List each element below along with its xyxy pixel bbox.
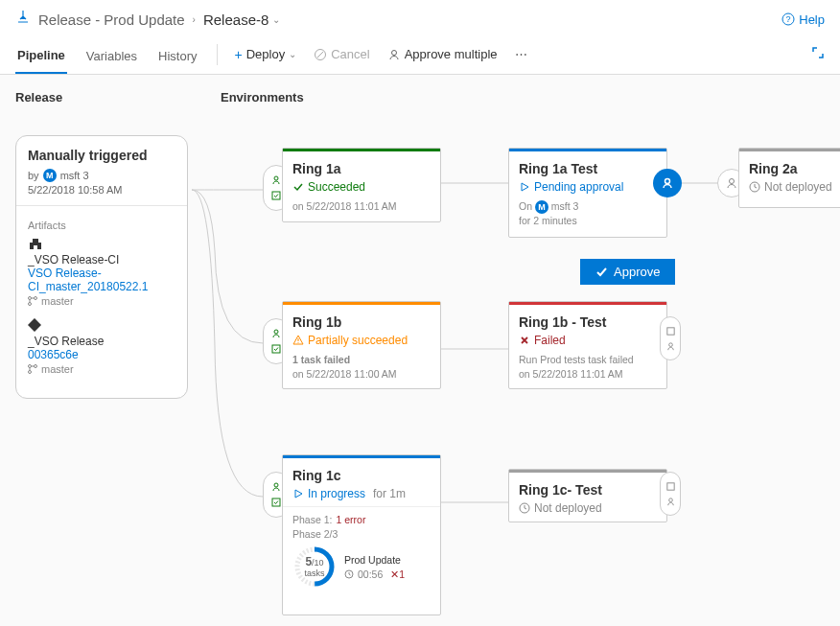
person-icon [387, 48, 401, 61]
svg-text:?: ? [786, 14, 791, 24]
trigger-timestamp: 5/22/2018 10:58 AM [28, 184, 175, 196]
svg-point-19 [274, 176, 278, 180]
svg-point-30 [274, 483, 278, 487]
env-ring1b-test[interactable]: Ring 1b - Test Failed Run Prod tests tas… [508, 301, 667, 389]
environments-panel: Environments Ring 1a Succeeded on 5/22/ [221, 90, 840, 135]
error-count: ✕1 [390, 568, 405, 580]
svg-point-24 [274, 330, 278, 334]
breadcrumb-parent[interactable]: Release - Prod Update [38, 12, 185, 28]
svg-rect-6 [33, 239, 38, 243]
artifact-branch: master [28, 295, 175, 307]
svg-rect-28 [666, 327, 673, 334]
artifact-branch: master [28, 363, 175, 375]
approve-multiple-button[interactable]: Approve multiple [387, 47, 498, 69]
approve-button[interactable]: Approve [580, 259, 675, 285]
clock-icon [344, 569, 354, 579]
chevron-down-icon: ⌄ [289, 49, 296, 59]
plus-icon: + [235, 47, 243, 62]
postdeploy-gate-icon[interactable] [660, 316, 681, 360]
check-icon [595, 266, 608, 278]
help-link[interactable]: ? Help [782, 12, 825, 27]
svg-rect-11 [28, 318, 41, 332]
tab-history[interactable]: History [156, 43, 198, 73]
svg-line-3 [317, 52, 323, 58]
status-not-deployed: Not deployed [519, 501, 657, 515]
cancel-icon [314, 48, 327, 61]
svg-point-22 [730, 179, 735, 184]
clock-icon [519, 502, 530, 514]
play-icon [519, 181, 530, 193]
release-panel: Release Manually triggered by M msft 3 5… [15, 90, 188, 399]
breadcrumb-current[interactable]: Release-8 ⌄ [203, 12, 280, 28]
svg-point-14 [35, 365, 37, 368]
env-ring1a-test[interactable]: Ring 1a Test Pending approval On M msft … [508, 148, 667, 238]
check-icon [292, 181, 304, 193]
environments-title: Environments [221, 90, 840, 104]
status-failed: Failed [519, 334, 657, 347]
approver-badge[interactable] [653, 169, 682, 197]
progress-ring: 5/10 tasks [292, 545, 337, 589]
env-ring1c-test[interactable]: Ring 1c- Test Not deployed [508, 469, 667, 522]
user-avatar: M [43, 169, 57, 182]
x-icon [519, 335, 530, 346]
warning-icon [292, 335, 304, 346]
toolbar: Pipeline Variables History + Deploy ⌄ Ca… [0, 36, 840, 75]
fullscreen-button[interactable] [811, 46, 825, 70]
trigger-type: Manually triggered [28, 148, 175, 163]
svg-point-12 [29, 365, 32, 368]
build-icon [28, 237, 175, 253]
svg-rect-31 [272, 498, 280, 506]
status-succeeded: Succeeded [292, 180, 431, 194]
release-title: Release [15, 90, 188, 104]
svg-point-4 [391, 50, 396, 55]
release-card: Manually triggered by M msft 3 5/22/2018… [15, 135, 188, 399]
svg-point-29 [668, 342, 672, 346]
env-ring1a[interactable]: Ring 1a Succeeded on 5/22/2018 11:01 AM [282, 148, 441, 222]
repo-icon [28, 318, 175, 335]
tab-variables[interactable]: Variables [84, 43, 139, 73]
env-ring1c[interactable]: Ring 1c In progress for 1m Phase 1: 1 er… [282, 454, 441, 615]
release-icon [15, 10, 31, 29]
deploy-button[interactable]: + Deploy ⌄ [235, 47, 297, 70]
svg-point-27 [298, 342, 299, 343]
status-inprogress: In progress for 1m [292, 487, 431, 500]
status-not-deployed: Not deployed [749, 180, 835, 194]
cancel-button: Cancel [314, 47, 369, 69]
artifact-link[interactable]: VSO Release-CI_master_20180522.1 [28, 267, 175, 293]
chevron-right-icon: › [193, 14, 196, 25]
svg-point-9 [29, 303, 32, 306]
status-partial: Partially succeeded [292, 334, 431, 347]
artifacts-label: Artifacts [28, 220, 175, 231]
triggered-by-user: msft 3 [60, 170, 89, 181]
clock-icon [749, 181, 760, 193]
svg-point-21 [665, 179, 670, 184]
svg-rect-20 [272, 192, 280, 199]
status-pending: Pending approval [519, 180, 657, 194]
breadcrumb: Release - Prod Update › Release-8 ⌄ [38, 12, 774, 28]
svg-point-10 [35, 297, 37, 300]
artifact-link[interactable]: 00365c6e [28, 348, 175, 361]
more-menu[interactable]: ⋯ [515, 47, 529, 69]
svg-rect-36 [666, 482, 673, 489]
divider [217, 44, 218, 65]
env-ring2a[interactable]: Ring 2a Not deployed [738, 148, 840, 208]
svg-point-8 [29, 297, 32, 300]
env-ring1b[interactable]: Ring 1b Partially succeeded 1 task faile… [282, 301, 441, 389]
tab-pipeline[interactable]: Pipeline [15, 42, 67, 74]
svg-rect-25 [272, 345, 280, 353]
svg-point-13 [29, 371, 32, 374]
svg-rect-7 [34, 245, 37, 249]
artifact-item: _VSO Release 00365c6e master [28, 318, 175, 375]
svg-point-37 [668, 498, 672, 501]
play-icon [292, 488, 304, 499]
user-avatar: M [535, 200, 548, 214]
artifact-item: _VSO Release-CI VSO Release-CI_master_20… [28, 237, 175, 307]
postdeploy-gate-icon[interactable] [660, 472, 681, 516]
chevron-down-icon: ⌄ [272, 14, 280, 25]
